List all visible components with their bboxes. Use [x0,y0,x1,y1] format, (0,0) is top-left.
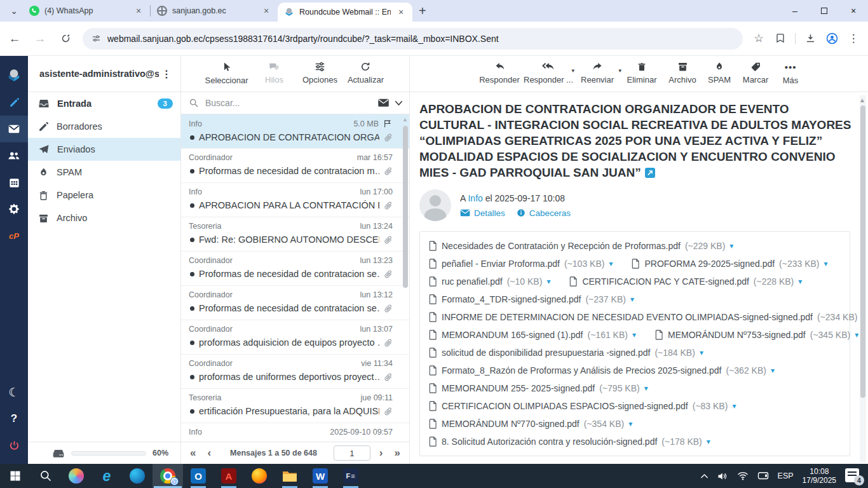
contacts-nav-button[interactable] [0,142,28,169]
mail-scroll-up-icon[interactable]: ▲ [859,97,865,104]
tab-close-icon[interactable]: × [261,6,271,16]
attachment[interactable]: MEMORÁNDUM Nº753-signed.pdf(~345 KB)▾ [655,330,858,340]
last-page-button[interactable]: » [392,447,403,459]
folder-papelera[interactable]: Papelera [28,184,180,207]
delete-button[interactable]: Eliminar [621,61,662,85]
window-close-button[interactable]: × [839,0,868,22]
options-button[interactable]: Opciones [300,61,339,85]
address-bar[interactable]: webmail.sanjuan.gob.ec/cpsess1988317614/… [83,28,743,50]
reply-all-button[interactable]: Responder ... ▾ [524,61,573,85]
start-button[interactable] [0,464,31,488]
taskbar-edge-button[interactable] [122,464,153,488]
forward-button-mail[interactable]: Reenviar ▾ [574,61,620,85]
search-options-chevron-icon[interactable] [395,100,403,106]
reply-button[interactable]: Responder [477,61,522,85]
external-link-icon[interactable] [645,168,655,178]
next-page-button[interactable]: › [377,447,386,459]
calendar-nav-button[interactable] [0,169,28,196]
taskbar-word-button[interactable]: W [305,464,336,488]
forward-button[interactable]: → [29,28,51,50]
list-item[interactable]: Coordinadorlun 13:23 Proformas de necesi… [181,252,409,286]
attachment[interactable]: INFORME DE DETERMINACION DE NECESIDAD EV… [429,312,865,322]
taskbar-chrome-button[interactable]: @ [153,464,183,488]
attachment-menu-caret[interactable]: ▾ [824,259,828,268]
attachment-menu-caret[interactable]: ▾ [729,241,733,250]
connect-icon[interactable] [757,471,769,480]
folder-enviados[interactable]: Enviados [28,138,180,161]
threads-button[interactable]: Hilos [254,61,294,85]
list-item[interactable]: Tesorerialun 13:24 Fwd: Re: GOBIERNO AUT… [181,217,409,252]
search-input[interactable] [204,97,372,109]
first-page-button[interactable]: « [187,447,198,459]
tab-roundcube-active[interactable]: Roundcube Webmail :: Enviados × [278,3,412,22]
taskbar-ie-button[interactable]: e [92,464,122,488]
taskbar-explorer-button[interactable] [275,464,305,488]
browser-menu-icon[interactable]: ⋮ [844,29,863,48]
attachment[interactable]: ruc penafiel.pdf(~10 KB)▾ [429,276,550,287]
new-tab-button[interactable]: + [419,4,426,18]
list-item[interactable]: Coordinadorlun 13:07 proformas adquisici… [181,320,409,355]
window-maximize-button[interactable] [810,0,839,22]
reading-list-icon[interactable] [771,29,790,48]
folder-spam[interactable]: SPAM [28,161,180,184]
reload-button[interactable] [55,28,76,50]
attachment[interactable]: Formato_8_Razón de Proformas y Análisis … [429,365,775,376]
list-item[interactable]: Info2025-09-10 09:57 [181,423,409,442]
mail-nav-button[interactable] [0,116,28,142]
attachment[interactable]: PROFORMA 29-2025-signed.pdf(~233 KB)▾ [632,259,827,269]
list-item[interactable]: Infolun 17:00 APROBACION PARA LA CONTRAT… [181,183,409,217]
prev-page-button[interactable]: ‹ [205,447,214,459]
attachment-menu-caret[interactable]: ▾ [700,348,703,357]
tab-sanjuan[interactable]: sanjuan.gob.ec × [151,0,278,22]
help-button[interactable]: ? [0,405,28,432]
attachment-menu-caret[interactable]: ▾ [609,259,613,268]
tray-expand-icon[interactable] [700,473,709,479]
bookmark-star-icon[interactable]: ☆ [749,29,768,48]
details-link[interactable]: Detalles [460,208,505,218]
attachment[interactable]: peñafiel - Enviar Proforma.pdf(~103 KB)▾ [429,259,613,269]
folder-entrada[interactable]: Entrada 3 [28,92,180,115]
folder-archivo[interactable]: Archivo [28,207,180,229]
wifi-icon[interactable] [737,471,749,480]
mark-button[interactable]: Marcar [737,61,774,85]
attachment-menu-caret[interactable]: ▾ [628,419,632,428]
list-item[interactable]: Tesoreriajue 09:11 ertificación Presupue… [181,389,409,423]
list-item[interactable]: Info5.0 MB APROBACION DE CONTRATACION OR… [181,114,409,149]
attachment-menu-caret[interactable]: ▾ [707,437,710,446]
attachment-menu-caret[interactable]: ▾ [546,277,550,286]
taskbar-copilot-button[interactable] [61,464,92,488]
list-scrollbar[interactable] [403,126,408,288]
select-button[interactable]: Seleccionar [205,61,248,85]
list-scroll-up-icon[interactable]: ▲ [402,116,408,123]
taskbar-firefox-button[interactable] [244,464,275,488]
search-scope-mail-icon[interactable] [377,98,390,108]
taskbar-outlook-button[interactable]: O [183,464,214,488]
attachment[interactable]: Necesidades de Contratación y Recepción … [429,241,733,251]
list-item[interactable]: Coordinadorvie 11:34 proformas de unifor… [181,355,409,389]
attachment[interactable]: CERTIFICACION OLIMPIADAS ESPACIOS-signed… [429,401,736,411]
attachment[interactable]: MEMORANDUM 255- 2025-signed.pdf(~795 KB)… [429,383,648,393]
volume-icon[interactable] [717,471,728,481]
recipient-link[interactable]: Info [468,193,482,203]
attachment-menu-caret[interactable]: ▾ [632,330,636,339]
cpanel-icon[interactable]: cP [0,222,28,249]
folder-borradores[interactable]: Borradores [28,115,180,138]
attachment-menu-caret[interactable]: ▾ [630,295,634,304]
page-input[interactable] [334,445,370,461]
language-indicator[interactable]: ESP [778,471,794,480]
attachment[interactable]: solicitud de disponibilidad presupuestar… [429,348,703,358]
more-button[interactable]: ••• Más [775,61,806,85]
account-menu-icon[interactable]: ⋮ [159,68,174,80]
attachment[interactable]: 8. Solicitud Autorización contra y resol… [429,437,710,447]
attachment-menu-caret[interactable]: ▾ [771,366,775,375]
site-settings-icon[interactable] [92,34,101,43]
archive-button[interactable]: Archivo [663,61,702,85]
attachment[interactable]: MEMORANDUM 165-signed (1).pdf(~161 KB)▾ [429,330,636,340]
tab-search-button[interactable]: ⌄ [5,2,23,20]
list-item[interactable]: Coordinadorlun 13:12 Proformas de necesi… [181,286,409,320]
attachment-menu-caret[interactable]: ▾ [732,402,736,410]
compose-button[interactable] [0,89,28,116]
taskbar-search-button[interactable] [31,464,61,488]
list-item[interactable]: Coordinadormar 16:57 Proformas de necesi… [181,149,409,183]
attachment-menu-caret[interactable]: ▾ [644,384,648,393]
